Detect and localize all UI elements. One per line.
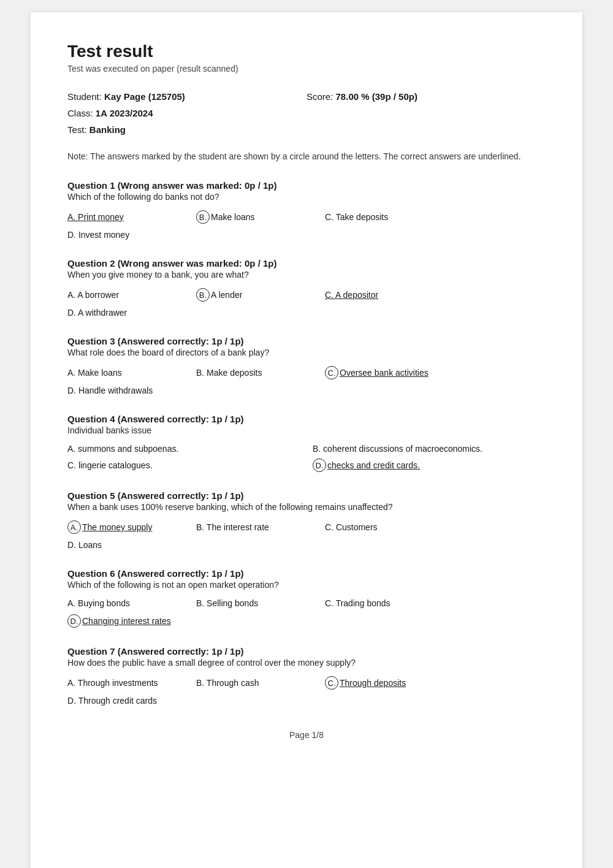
- q7-answer-b: B. Through cash: [196, 678, 319, 688]
- question-6-block: Question 6 (Answered correctly: 1p / 1p)…: [67, 568, 546, 628]
- score-info-right: Score: 78.00 % (39p / 50p): [306, 88, 546, 138]
- q5-answer-d: D. Loans: [67, 540, 190, 550]
- question-3-block: Question 3 (Answered correctly: 1p / 1p)…: [67, 336, 546, 395]
- q1-text: Which of the following do banks not do?: [67, 192, 546, 202]
- question-7-block: Question 7 (Answered correctly: 1p / 1p)…: [67, 646, 546, 706]
- question-2-block: Question 2 (Wrong answer was marked: 0p …: [67, 258, 546, 318]
- q3-answer-a: A. Make loans: [67, 368, 190, 378]
- q7-answer-c: C. Through deposits: [325, 676, 447, 690]
- page-title: Test result: [67, 42, 546, 61]
- q1-answer-d: D. Invest money: [67, 230, 190, 240]
- score-row: Score: 78.00 % (39p / 50p): [306, 88, 546, 105]
- q6-text: Which of the following is not an open ma…: [67, 580, 546, 590]
- q7-answers: A. Through investments B. Through cash C…: [67, 676, 546, 706]
- q2-text: When you give money to a bank, you are w…: [67, 270, 546, 280]
- page-footer: Page 1/8: [67, 730, 546, 740]
- q4-answers: A. summons and subpoenas. B. coherent di…: [67, 444, 546, 472]
- q5-answer-c: C. Customers: [325, 522, 447, 532]
- student-row: Student: Kay Page (125705): [67, 88, 306, 105]
- q2-answers: A. A borrower B. A lender C. A depositor…: [67, 288, 546, 318]
- q1-answer-a: A. Print money: [67, 212, 190, 222]
- circle-d-q4: D.: [313, 459, 326, 472]
- circle-c-q7: C.: [325, 676, 338, 690]
- note-text: Note: The answers marked by the student …: [67, 150, 546, 163]
- q4-answer-d: D. checks and credit cards.: [313, 459, 546, 472]
- q6-answer-d: D. Changing interest rates: [67, 614, 190, 628]
- q4-header: Question 4 (Answered correctly: 1p / 1p): [67, 414, 546, 424]
- test-row: Test: Banking: [67, 121, 306, 138]
- q2-answer-a: A. A borrower: [67, 290, 190, 300]
- class-row: Class: 1A 2023/2024: [67, 105, 306, 121]
- q4-answer-b: B. coherent discussions of macroeconomic…: [313, 444, 546, 454]
- question-1-block: Question 1 (Wrong answer was marked: 0p …: [67, 180, 546, 240]
- circle-d-q6: D.: [67, 614, 81, 628]
- q3-answer-c: C. Oversee bank activities: [325, 366, 447, 379]
- q5-text: When a bank uses 100% reserve banking, w…: [67, 502, 546, 512]
- q4-text: Individual banks issue: [67, 425, 546, 435]
- q2-answer-c: C. A depositor: [325, 290, 447, 300]
- q3-text: What role does the board of directors of…: [67, 348, 546, 357]
- test-result-page: Test result Test was executed on paper (…: [31, 12, 582, 868]
- q5-answer-b: B. The interest rate: [196, 522, 319, 532]
- page-subtitle: Test was executed on paper (result scann…: [67, 64, 546, 74]
- circle-b-q2: B.: [196, 288, 210, 302]
- q6-header: Question 6 (Answered correctly: 1p / 1p): [67, 568, 546, 579]
- q7-header: Question 7 (Answered correctly: 1p / 1p): [67, 646, 546, 657]
- q1-answer-c: C. Take deposits: [325, 212, 447, 222]
- q1-header: Question 1 (Wrong answer was marked: 0p …: [67, 180, 546, 191]
- q1-answer-b: B. Make loans: [196, 210, 319, 224]
- q4-answer-c: C. lingerie catalogues.: [67, 459, 300, 472]
- q6-answers: A. Buying bonds B. Selling bonds C. Trad…: [67, 598, 546, 628]
- q5-header: Question 5 (Answered correctly: 1p / 1p): [67, 490, 546, 501]
- q7-text: How does the public have a small degree …: [67, 658, 546, 668]
- q3-answers: A. Make loans B. Make deposits C. Overse…: [67, 366, 546, 395]
- circle-b: B.: [196, 210, 210, 224]
- q5-answers: A. The money supply B. The interest rate…: [67, 520, 546, 550]
- q1-answers: A. Print money B. Make loans C. Take dep…: [67, 210, 546, 240]
- q3-answer-b: B. Make deposits: [196, 368, 319, 378]
- q4-answer-a: A. summons and subpoenas.: [67, 444, 300, 454]
- q6-answer-a: A. Buying bonds: [67, 598, 190, 608]
- student-info-left: Student: Kay Page (125705) Class: 1A 202…: [67, 88, 306, 138]
- student-info: Student: Kay Page (125705) Class: 1A 202…: [67, 88, 546, 138]
- q2-answer-d: D. A withdrawer: [67, 308, 190, 318]
- q6-answer-b: B. Selling bonds: [196, 598, 319, 608]
- q7-answer-d: D. Through credit cards: [67, 696, 190, 706]
- q3-answer-d: D. Handle withdrawals: [67, 386, 190, 395]
- circle-c-q3: C.: [325, 366, 338, 379]
- q6-answer-c: C. Trading bonds: [325, 598, 447, 608]
- q2-header: Question 2 (Wrong answer was marked: 0p …: [67, 258, 546, 268]
- q7-answer-a: A. Through investments: [67, 678, 190, 688]
- q2-answer-b: B. A lender: [196, 288, 319, 302]
- q3-header: Question 3 (Answered correctly: 1p / 1p): [67, 336, 546, 346]
- circle-a-q5: A.: [67, 520, 81, 534]
- question-4-block: Question 4 (Answered correctly: 1p / 1p)…: [67, 414, 546, 472]
- q5-answer-a: A. The money supply: [67, 520, 190, 534]
- question-5-block: Question 5 (Answered correctly: 1p / 1p)…: [67, 490, 546, 550]
